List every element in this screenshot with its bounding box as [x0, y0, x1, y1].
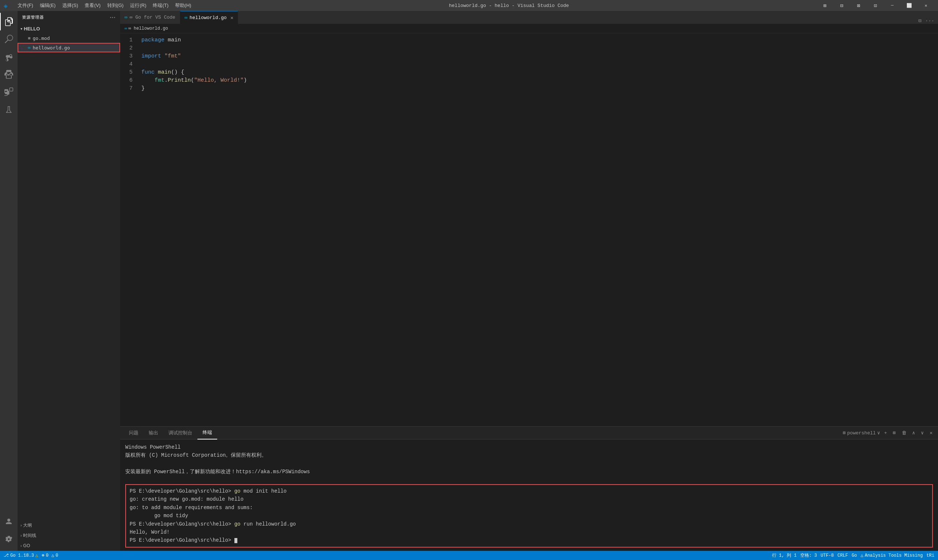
terminal-delete-btn[interactable]: 🗑 [900, 429, 908, 437]
language-label: Go [852, 553, 857, 558]
activity-search[interactable] [0, 31, 18, 48]
code-line-5: 5 func main() { [120, 68, 938, 77]
layout-toggle-btn3[interactable]: ⊠ [850, 0, 867, 11]
minimize-btn[interactable]: — [884, 0, 901, 11]
activity-extensions[interactable] [0, 83, 18, 101]
sidebar-outline-section[interactable]: › 大纲 [18, 520, 120, 530]
sidebar: 资源管理器 ··· ▾ HELLO ≡ go.mod ∞ helloworld.… [18, 11, 120, 551]
terminal-line-1: Windows PowerShell [125, 443, 933, 451]
warning-count: 0 [56, 553, 58, 558]
folder-name: HELLO [24, 26, 40, 31]
status-bar-right: 行 1, 列 1 空格: 3 UTF-8 CRLF Go △ Analysis … [772, 552, 934, 558]
file-go-mod[interactable]: ≡ go.mod [18, 33, 120, 43]
error-icon: ⊗ [42, 553, 44, 558]
tab-close-btn[interactable]: ✕ [231, 15, 233, 21]
menu-file[interactable]: 文件(F) [15, 2, 36, 9]
close-btn[interactable]: ✕ [918, 0, 934, 11]
maximize-btn[interactable]: ⬜ [901, 0, 918, 11]
terminal-add-btn[interactable]: + [882, 429, 889, 437]
status-spaces[interactable]: 空格: 3 [800, 552, 817, 558]
powershell-label: ⊞ powershell ∨ [843, 430, 880, 436]
ps-icon: ⊞ [843, 430, 846, 436]
line-content-1: package main [138, 36, 938, 44]
terminal-line-2: 版权所有 (C) Microsoft Corporation。保留所有权利。 [125, 451, 933, 459]
timeline-label: 时间线 [23, 532, 36, 539]
menu-goto[interactable]: 转到(G) [105, 2, 127, 9]
status-remote[interactable]: tRi [926, 553, 934, 558]
tab-go-for-vscode[interactable]: ∞ ∞ Go for VS Code [120, 11, 180, 24]
terminal-split-btn[interactable]: ⊞ [891, 429, 898, 437]
breadcrumb-text: ∞ helloworld.go [129, 26, 168, 31]
tab-helloworld-go[interactable]: ∞ helloworld.go ✕ [180, 11, 238, 24]
spaces-label: 空格: 3 [800, 552, 817, 558]
go-label: GO [23, 543, 30, 548]
terminal-cmd-2: go: creating new go.mod: module hello [130, 495, 929, 503]
timeline-arrow: › [20, 534, 22, 538]
menu-view[interactable]: 查看(V) [81, 2, 103, 9]
status-bar-left: ⎇ Go 1.18.3 △ ⊗ 0 △ 0 [4, 553, 58, 558]
terminal-line-3 [125, 460, 933, 468]
panel-up-btn[interactable]: ∧ [910, 429, 917, 437]
status-encoding[interactable]: UTF-8 [820, 553, 833, 558]
notif-label: Analysis Tools Missing [865, 553, 923, 558]
tab-go-vscode-icon: ∞ [125, 15, 128, 20]
status-notification[interactable]: △ Analysis Tools Missing [861, 553, 923, 558]
layout-toggle-btn2[interactable]: ⊟ [833, 0, 850, 11]
line-num-5: 5 [120, 68, 138, 77]
panel-close-btn[interactable]: ✕ [928, 429, 934, 437]
code-line-6: 6 fmt.Println("Hello, World!") [120, 77, 938, 85]
status-git-branch[interactable]: ⎇ Go 1.18.3 △ [4, 553, 38, 558]
panel-tab-terminal[interactable]: 终端 [197, 427, 217, 440]
menu-help[interactable]: 帮助(H) [172, 2, 194, 9]
split-editor-btn[interactable]: ⊟ [918, 18, 921, 24]
panel-tab-debug[interactable]: 调试控制台 [163, 427, 197, 440]
line-num-4: 4 [120, 60, 138, 68]
activity-account[interactable] [0, 513, 18, 530]
menu-select[interactable]: 选择(S) [59, 2, 81, 9]
code-editor[interactable]: 1 package main 2 3 import "fmt" 4 5 func… [120, 33, 938, 426]
layout-toggle-btn4[interactable]: ⊡ [867, 0, 884, 11]
breadcrumb: ∞ ∞ helloworld.go [120, 24, 938, 33]
activity-explorer[interactable] [0, 13, 18, 31]
menu-terminal[interactable]: 终端(T) [150, 2, 171, 9]
file-name-helloworld: helloworld.go [32, 45, 70, 51]
activity-flask[interactable] [0, 101, 18, 118]
activity-settings[interactable] [0, 530, 18, 548]
tab-go-vscode-label: ∞ Go for VS Code [130, 15, 175, 20]
row-col-label: 行 1, 列 1 [772, 552, 797, 558]
outline-arrow: › [20, 523, 22, 528]
terminal-line-5 [125, 476, 933, 484]
more-actions-btn[interactable]: ··· [925, 18, 934, 24]
sidebar-menu-btn[interactable]: ··· [110, 14, 116, 21]
folder-arrow-icon: ▾ [20, 27, 22, 31]
sidebar-go-section[interactable]: › GO [18, 541, 120, 551]
status-errors[interactable]: ⊗ 0 △ 0 [42, 553, 58, 558]
activity-git[interactable] [0, 48, 18, 66]
panel-tab-output[interactable]: 输出 [144, 427, 163, 440]
panel-tab-problems[interactable]: 问题 [124, 427, 144, 440]
line-num-2: 2 [120, 44, 138, 52]
warning-icon: △ [35, 553, 38, 558]
line-content-6: fmt.Println("Hello, World!") [138, 77, 938, 85]
terminal-cmd-5: PS E:\developer\Golang\src\hello> go run… [130, 520, 929, 528]
sidebar-title: 资源管理器 [22, 15, 44, 20]
status-line-ending[interactable]: CRLF [838, 553, 848, 558]
layout-toggle-btn[interactable]: ⊞ [817, 0, 833, 11]
panel-down-btn[interactable]: ∨ [919, 429, 926, 437]
folder-hello[interactable]: ▾ HELLO [18, 24, 120, 33]
menu-edit[interactable]: 编辑(E) [37, 2, 58, 9]
breadcrumb-icon: ∞ [125, 26, 127, 31]
status-language[interactable]: Go [852, 553, 857, 558]
line-num-3: 3 [120, 52, 138, 60]
status-row-col[interactable]: 行 1, 列 1 [772, 552, 797, 558]
sidebar-timeline-section[interactable]: › 时间线 [18, 530, 120, 541]
terminal-content[interactable]: Windows PowerShell 版权所有 (C) Microsoft Co… [120, 440, 938, 551]
tab-bar: ∞ ∞ Go for VS Code ∞ helloworld.go ✕ ⊟ ·… [120, 11, 938, 24]
sidebar-header: 资源管理器 ··· [18, 11, 120, 24]
ps-chevron[interactable]: ∨ [877, 430, 880, 436]
menu-run[interactable]: 运行(R) [127, 2, 149, 9]
line-num-7: 7 [120, 85, 138, 93]
code-line-1: 1 package main [120, 36, 938, 44]
file-helloworld-go[interactable]: ∞ helloworld.go [18, 43, 120, 52]
activity-debug[interactable] [0, 66, 18, 83]
